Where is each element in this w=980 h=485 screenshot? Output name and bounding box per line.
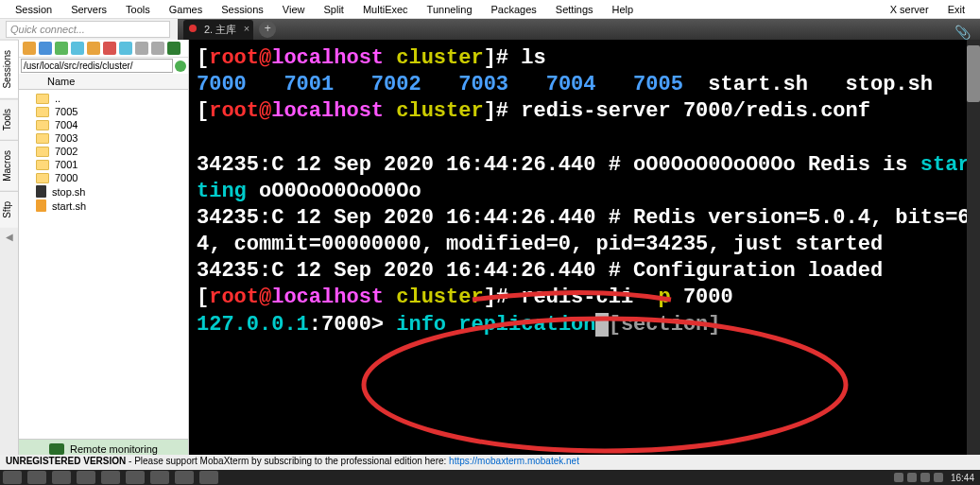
menu-bar: Session Servers Tools Games Sessions Vie… xyxy=(0,0,980,19)
file-name: 7003 xyxy=(55,132,77,144)
menu-tools[interactable]: Tools xyxy=(116,2,160,17)
start-button[interactable] xyxy=(3,471,22,484)
side-tab-sftp[interactable]: Sftp xyxy=(0,191,18,228)
file-list-header-name[interactable]: Name xyxy=(19,74,188,90)
remote-monitoring-label: Remote monitoring xyxy=(70,443,158,455)
file-icon xyxy=(36,199,46,212)
tray-icon[interactable] xyxy=(934,473,943,482)
monitor-icon xyxy=(49,443,64,455)
folder-icon xyxy=(36,147,49,157)
sftp-path-input[interactable] xyxy=(21,59,173,73)
file-list: .. 7005 7004 7003 7002 7001 7000 stop.sh… xyxy=(19,90,188,439)
folder-icon xyxy=(36,120,49,130)
connection-status-icon xyxy=(175,61,186,72)
taskbar-app[interactable] xyxy=(52,471,71,484)
folder-icon xyxy=(36,160,49,170)
tray-icon[interactable] xyxy=(894,473,903,482)
tab-status-icon xyxy=(189,25,197,32)
taskbar-app[interactable] xyxy=(77,471,95,484)
download-icon[interactable] xyxy=(39,42,52,55)
file-name: 7002 xyxy=(55,146,77,157)
toolbar-icon-1[interactable] xyxy=(23,42,36,55)
folder-icon xyxy=(36,94,49,104)
status-link[interactable]: https://mobaxterm.mobatek.net xyxy=(449,456,579,466)
refresh-icon[interactable] xyxy=(71,42,84,55)
side-tab-strip: Sessions Tools Macros Sftp ◀ xyxy=(0,40,19,478)
new-tab-button[interactable]: + xyxy=(259,21,276,38)
folder-icon xyxy=(36,173,49,183)
menu-exit[interactable]: Exit xyxy=(938,2,974,17)
menu-session[interactable]: Session xyxy=(6,2,61,17)
taskbar-clock[interactable]: 16:44 xyxy=(945,473,980,483)
newfolder-icon[interactable] xyxy=(87,42,100,55)
delete-icon[interactable] xyxy=(103,42,116,55)
file-row[interactable]: 7002 xyxy=(19,145,188,158)
tab-label: 2. 主库 xyxy=(204,24,236,35)
up-label: .. xyxy=(55,93,60,104)
tab-close-icon[interactable]: × xyxy=(244,23,249,34)
taskbar-app[interactable] xyxy=(126,471,145,484)
menu-settings[interactable]: Settings xyxy=(546,2,603,17)
terminal-scrollbar[interactable] xyxy=(967,40,980,478)
taskbar-app[interactable] xyxy=(101,471,120,484)
tab-bar: 2. 主库 × + xyxy=(178,19,980,40)
file-name: 7005 xyxy=(55,106,77,117)
toolbar-icon-10[interactable] xyxy=(167,42,181,55)
side-tab-tools[interactable]: Tools xyxy=(0,98,18,140)
terminal-output[interactable]: [root@localhost cluster]# ls 7000 7001 7… xyxy=(189,40,980,478)
side-tab-sessions[interactable]: Sessions xyxy=(0,40,18,98)
toolbar-icon-9[interactable] xyxy=(151,42,164,55)
file-row[interactable]: 7001 xyxy=(19,158,188,171)
taskbar-app[interactable] xyxy=(27,471,46,484)
windows-taskbar: 16:44 xyxy=(0,470,980,485)
upload-icon[interactable] xyxy=(55,42,68,55)
paperclip-icon[interactable]: 📎 xyxy=(954,25,971,40)
file-row[interactable]: 7003 xyxy=(19,131,188,145)
menu-servers[interactable]: Servers xyxy=(61,2,116,17)
menu-games[interactable]: Games xyxy=(160,2,212,17)
menu-sessions[interactable]: Sessions xyxy=(212,2,273,17)
file-name: 7004 xyxy=(55,119,77,130)
toolbar-icon-8[interactable] xyxy=(135,42,148,55)
file-icon xyxy=(36,185,46,198)
file-name: start.sh xyxy=(52,200,86,212)
terminal-scrollbar-thumb[interactable] xyxy=(967,45,980,102)
tray-icon[interactable] xyxy=(907,473,917,482)
menu-xserver[interactable]: X server xyxy=(881,2,938,17)
file-row[interactable]: 7004 xyxy=(19,118,188,131)
menu-packages[interactable]: Packages xyxy=(482,2,546,17)
folder-icon xyxy=(36,133,49,144)
menu-multiexec[interactable]: MultiExec xyxy=(353,2,418,17)
toolbar-icon-7[interactable] xyxy=(119,42,132,55)
menu-split[interactable]: Split xyxy=(315,2,353,17)
sftp-toolbar xyxy=(19,40,188,58)
side-tab-collapse-icon[interactable]: ◀ xyxy=(0,228,18,246)
file-name: stop.sh xyxy=(52,186,85,198)
quick-connect-input[interactable]: Quick connect... xyxy=(6,21,170,38)
file-row-up[interactable]: .. xyxy=(19,92,188,105)
status-text: - Please support MobaXterm by subscribin… xyxy=(126,456,449,466)
taskbar-app[interactable] xyxy=(199,471,218,484)
file-name: 7000 xyxy=(55,172,77,183)
menu-help[interactable]: Help xyxy=(603,2,644,17)
sftp-panel: Name .. 7005 7004 7003 7002 7001 7000 st… xyxy=(19,40,189,478)
file-row[interactable]: stop.sh xyxy=(19,184,188,199)
status-bar: UNREGISTERED VERSION - Please support Mo… xyxy=(0,455,980,470)
tray-icon[interactable] xyxy=(920,473,930,482)
menu-view[interactable]: View xyxy=(273,2,315,17)
side-tab-macros[interactable]: Macros xyxy=(0,140,18,191)
file-name: 7001 xyxy=(55,159,77,170)
folder-icon xyxy=(36,107,49,117)
terminal-tab[interactable]: 2. 主库 × xyxy=(183,20,253,40)
file-row[interactable]: 7005 xyxy=(19,105,188,118)
file-row[interactable]: start.sh xyxy=(19,199,188,213)
file-row[interactable]: 7000 xyxy=(19,171,188,184)
menu-tunneling[interactable]: Tunneling xyxy=(418,2,482,17)
taskbar-app[interactable] xyxy=(175,471,194,484)
status-unregistered: UNREGISTERED VERSION xyxy=(6,456,126,466)
svg-point-0 xyxy=(364,319,846,451)
taskbar-app[interactable] xyxy=(150,471,169,484)
